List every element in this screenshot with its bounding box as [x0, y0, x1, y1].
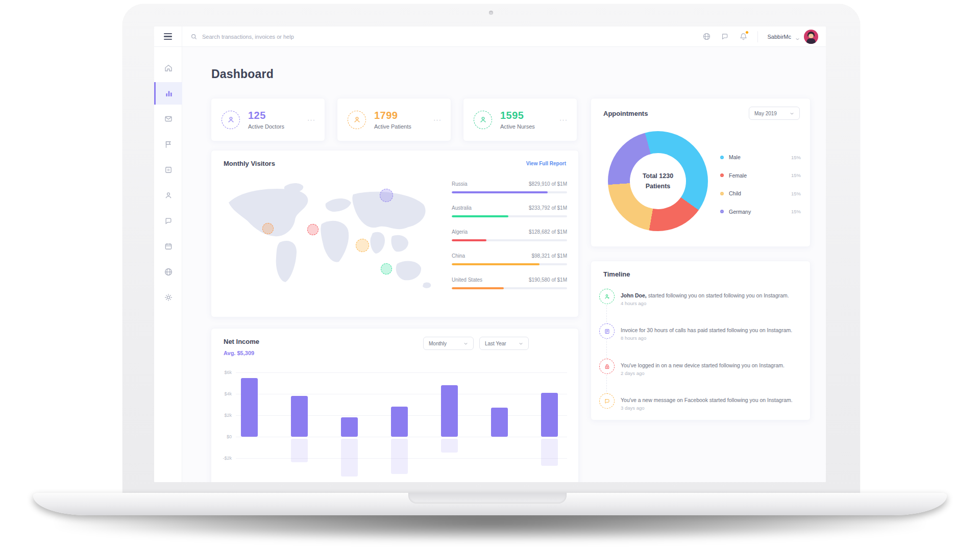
legend-dot — [720, 173, 724, 177]
y-axis-tick: $6k — [211, 370, 232, 375]
webcam-dot — [489, 11, 493, 15]
stat-label: Active Doctors — [248, 123, 307, 130]
sidebar-item-window[interactable] — [154, 159, 182, 181]
country-value: $128,682 of $1M — [529, 229, 567, 235]
income-bar — [441, 385, 458, 437]
bell-icon[interactable] — [739, 32, 748, 41]
country-row-algeria: Algeria$128,682 of $1M — [452, 229, 567, 241]
map-marker-china — [356, 239, 369, 252]
map-marker-australia — [381, 263, 392, 274]
card-menu-button[interactable]: ··· — [559, 116, 568, 123]
calendar-icon — [164, 242, 173, 251]
sidebar-item-user[interactable] — [154, 184, 182, 207]
hamburger-icon — [164, 33, 172, 40]
range-dropdown-value: Last Year — [485, 341, 506, 346]
timeline-title: Timeline — [603, 270, 630, 278]
event-time: 4 hours ago — [621, 300, 800, 306]
avatar[interactable] — [804, 30, 818, 44]
legend-dot — [720, 192, 724, 195]
card-menu-button[interactable]: ··· — [433, 116, 442, 123]
chevron-down-icon — [519, 341, 523, 346]
progress-fill — [452, 191, 548, 193]
stat-text: 1595Active Nurses — [500, 110, 559, 130]
chevron-down-icon — [795, 34, 800, 39]
legend-item-male: Male15% — [720, 153, 801, 161]
legend-dot — [720, 156, 724, 159]
globe-icon[interactable] — [702, 32, 711, 41]
country-row-united-states: United States$190,580 of $1M — [452, 277, 567, 289]
topbar: SabbirMc — [154, 27, 826, 47]
stat-card-active-doctors: 125Active Doctors··· — [211, 98, 325, 141]
search-input[interactable] — [202, 34, 376, 40]
chat-icon[interactable] — [721, 32, 729, 41]
legend-percentage: 15% — [791, 172, 801, 178]
sidebar-item-calendar[interactable] — [154, 235, 182, 258]
income-bar-shadow — [291, 439, 308, 462]
timeline-chat-icon — [599, 393, 615, 409]
income-bar — [391, 407, 408, 437]
card-menu-button[interactable]: ··· — [307, 116, 315, 123]
y-axis-tick: $0 — [211, 434, 232, 439]
timeline-invoice-icon — [599, 323, 615, 339]
monthly-visitors-card: Monthly Visitors View Full Report — [211, 150, 579, 317]
chevron-down-icon — [463, 341, 468, 346]
period-dropdown[interactable]: May 2019 — [749, 107, 800, 120]
progress-fill — [452, 239, 486, 241]
user-icon — [222, 111, 240, 129]
monthly-visitors-title: Monthly Visitors — [224, 160, 275, 167]
timeline-person-plus-icon — [599, 289, 615, 304]
stat-value: 1595 — [500, 110, 559, 121]
page: SabbirMc Dashboard 125Active Doctors···1… — [0, 0, 980, 551]
interval-dropdown[interactable]: Monthly — [423, 337, 474, 350]
gridline — [236, 372, 567, 373]
y-axis-tick: $4k — [211, 391, 232, 396]
appointments-title: Appointments — [603, 110, 648, 117]
country-row-china: China$98,321 of $1M — [452, 253, 567, 265]
country-name: United States — [452, 277, 482, 283]
sidebar-item-flag[interactable] — [154, 133, 182, 156]
view-full-report-link[interactable]: View Full Report — [526, 161, 566, 166]
user-menu[interactable]: SabbirMc — [768, 30, 818, 44]
sidebar-item-home[interactable] — [154, 57, 182, 79]
sidebar-item-chat[interactable] — [154, 210, 182, 232]
legend-label: Male — [729, 154, 741, 160]
home-icon — [164, 63, 173, 72]
income-bar-shadow — [541, 439, 558, 466]
progress-fill — [452, 263, 540, 265]
sidebar — [154, 47, 182, 482]
mail-icon — [164, 114, 173, 123]
event-time: 8 hours ago — [621, 335, 800, 341]
event-text: Invoice for 30 hours of calls has paid s… — [621, 327, 800, 334]
sidebar-item-mail[interactable] — [154, 108, 182, 130]
gridline — [236, 437, 567, 437]
country-row-header: Algeria$128,682 of $1M — [452, 229, 567, 235]
hamburger-menu-button[interactable] — [154, 27, 182, 46]
legend-item-female: Female15% — [720, 171, 801, 180]
sidebar-item-settings[interactable] — [154, 286, 182, 309]
country-value: $190,580 of $1M — [529, 277, 567, 283]
bar-chart-icon — [164, 89, 174, 98]
sidebar-item-bar-chart[interactable] — [154, 82, 182, 105]
legend-percentage: 15% — [791, 209, 801, 214]
country-row-russia: Russia$829,910 of $1M — [452, 181, 567, 193]
legend-label: Germany — [729, 209, 751, 215]
range-dropdown[interactable]: Last Year — [479, 337, 529, 350]
timeline-event: John Doe, started following you on start… — [621, 292, 800, 306]
country-name: Australia — [452, 205, 472, 211]
country-row-header: Russia$829,910 of $1M — [452, 181, 567, 187]
net-income-card: Net Income Avg. $5,309 Monthly Last Year… — [211, 328, 579, 482]
sidebar-item-globe[interactable] — [154, 261, 182, 283]
income-bar-shadow — [341, 439, 358, 477]
event-text: You've logged in on a new device started… — [621, 362, 800, 369]
legend-item-germany: Germany15% — [720, 208, 801, 216]
progress-track — [452, 215, 567, 217]
income-bar — [341, 417, 358, 437]
timeline-event: Invoice for 30 hours of calls has paid s… — [621, 327, 800, 341]
globe-icon — [164, 267, 173, 277]
timeline-card: Timeline John Doe, started following you… — [591, 261, 811, 420]
notification-dot — [745, 31, 749, 34]
country-value: $98,321 of $1M — [532, 253, 568, 259]
income-bar-shadow — [391, 439, 408, 474]
search-icon — [190, 33, 198, 40]
legend-percentage: 15% — [791, 155, 801, 160]
